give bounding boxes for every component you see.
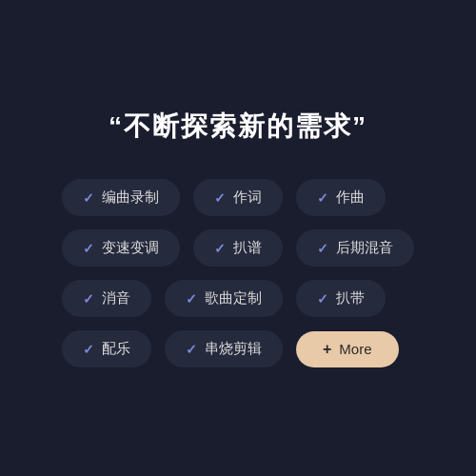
tags-row-1: ✓ 编曲录制 ✓ 作词 ✓ 作曲 [62,179,386,216]
check-icon: ✓ [83,241,94,256]
more-label: More [339,341,371,357]
tag-label: 变速变调 [102,239,159,257]
tag-zuoci[interactable]: ✓ 作词 [193,179,283,216]
tag-label: 扒带 [336,289,365,307]
tag-label: 串烧剪辑 [205,340,262,358]
tag-peiyue[interactable]: ✓ 配乐 [62,330,151,367]
more-button[interactable]: + More [296,331,399,367]
check-icon: ✓ [83,291,94,307]
check-icon: ✓ [186,291,197,307]
tags-row-3: ✓ 消音 ✓ 歌曲定制 ✓ 扒带 [62,280,386,317]
tag-houqihunyin[interactable]: ✓ 后期混音 [296,229,414,267]
tag-bianzuluji[interactable]: ✓ 编曲录制 [62,179,180,216]
tag-label: 歌曲定制 [205,289,262,307]
check-icon: ✓ [83,342,94,357]
tag-label: 扒谱 [233,239,262,257]
tag-label: 作曲 [336,188,365,207]
plus-icon: + [323,341,331,358]
check-icon: ✓ [83,190,94,206]
tag-label: 编曲录制 [102,188,159,207]
page-container: “不断探索新的需求” ✓ 编曲录制 ✓ 作词 ✓ 作曲 ✓ 变速变调 [0,0,476,476]
check-icon: ✓ [214,241,226,256]
check-icon: ✓ [214,190,226,206]
check-icon: ✓ [317,190,328,206]
tag-xiaoyin[interactable]: ✓ 消音 [62,280,151,317]
badai[interactable]: ✓ 扒带 [296,280,386,317]
tag-chuanshao[interactable]: ✓ 串烧剪辑 [165,330,283,367]
tag-bapu[interactable]: ✓ 扒谱 [193,229,283,267]
tag-label: 消音 [102,289,130,307]
check-icon: ✓ [317,241,328,256]
tag-biansuvariable[interactable]: ✓ 变速变调 [62,229,180,267]
tag-label: 作词 [233,188,262,207]
tags-row-2: ✓ 变速变调 ✓ 扒谱 ✓ 后期混音 [62,229,414,267]
check-icon: ✓ [317,291,328,307]
tag-label: 后期混音 [336,239,393,257]
tags-row-4: ✓ 配乐 ✓ 串烧剪辑 + More [62,330,399,367]
tag-label: 配乐 [102,340,130,358]
check-icon: ✓ [186,342,197,357]
tag-zuoqu[interactable]: ✓ 作曲 [296,179,386,216]
tags-container: ✓ 编曲录制 ✓ 作词 ✓ 作曲 ✓ 变速变调 ✓ 扒谱 ✓ [62,179,414,367]
tag-gequdingzhi[interactable]: ✓ 歌曲定制 [165,280,283,317]
page-title: “不断探索新的需求” [109,109,367,145]
